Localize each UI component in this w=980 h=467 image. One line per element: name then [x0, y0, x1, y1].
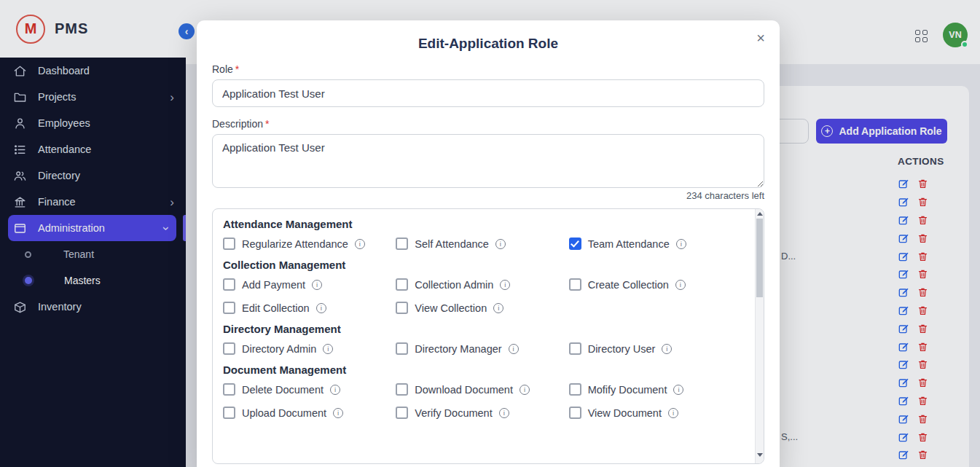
characters-left-counter: 234 characters left: [212, 190, 764, 201]
scroll-up-arrow-icon[interactable]: [757, 212, 763, 216]
info-icon[interactable]: i: [500, 280, 510, 290]
info-icon[interactable]: i: [668, 408, 678, 418]
checkbox-icon[interactable]: [569, 342, 581, 355]
permission-label: Regularize Attendance: [242, 238, 348, 250]
checkbox-icon[interactable]: [396, 238, 408, 250]
permission-delete-document[interactable]: Delete Documenti: [223, 383, 396, 396]
permission-label: Delete Document: [242, 384, 324, 396]
permission-section-title: Directory Management: [223, 323, 742, 335]
checkbox-icon[interactable]: [223, 278, 235, 291]
checkbox-icon[interactable]: [223, 383, 235, 396]
checkbox-icon[interactable]: [569, 238, 581, 250]
permission-label: Directory Admin: [242, 343, 316, 355]
permission-label: Verify Document: [415, 407, 492, 419]
checkbox-icon[interactable]: [223, 407, 235, 419]
info-icon[interactable]: i: [673, 385, 683, 395]
permission-section-title: Document Management: [223, 364, 742, 376]
permission-download-document[interactable]: Download Documenti: [396, 383, 568, 396]
permission-label: Mofify Document: [588, 384, 667, 396]
permission-regularize-attendance[interactable]: Regularize Attendancei: [223, 238, 396, 250]
edit-application-role-modal: Edit-Application Role × Role* Descriptio…: [197, 20, 780, 467]
permission-view-document[interactable]: View Documenti: [569, 407, 742, 419]
permission-upload-document[interactable]: Upload Documenti: [223, 407, 396, 419]
required-asterisk: *: [265, 118, 269, 130]
permission-label: View Document: [588, 407, 662, 419]
scrollbar[interactable]: [755, 209, 764, 463]
info-icon[interactable]: i: [520, 385, 530, 395]
permission-label: Directory Manager: [415, 343, 501, 355]
permission-mofify-document[interactable]: Mofify Documenti: [569, 383, 742, 396]
permission-grid: Directory AdminiDirectory ManageriDirect…: [223, 342, 742, 355]
required-asterisk: *: [235, 63, 239, 75]
permission-label: Directory User: [588, 343, 656, 355]
permissions-sections: Attendance ManagementRegularize Attendan…: [223, 218, 742, 419]
permission-collection-admin[interactable]: Collection Admini: [396, 278, 568, 291]
info-icon[interactable]: i: [323, 344, 333, 354]
permission-section-title: Attendance Management: [223, 218, 742, 230]
permission-verify-document[interactable]: Verify Documenti: [396, 407, 568, 419]
permissions-box: Attendance ManagementRegularize Attendan…: [212, 208, 764, 464]
permission-directory-admin[interactable]: Directory Admini: [223, 342, 396, 355]
checkbox-icon[interactable]: [223, 238, 235, 250]
info-icon[interactable]: i: [312, 280, 322, 290]
permission-label: Create Collection: [588, 279, 669, 291]
permission-add-payment[interactable]: Add Paymenti: [223, 278, 396, 291]
permission-label: Add Payment: [242, 279, 305, 291]
description-label: Description*: [212, 118, 764, 130]
role-field: Role*: [212, 63, 764, 107]
permission-grid: Add PaymentiCollection AdminiCreate Coll…: [223, 278, 742, 314]
checkbox-icon[interactable]: [396, 342, 408, 355]
permission-label: View Collection: [415, 302, 487, 314]
permission-self-attendance[interactable]: Self Attendancei: [396, 238, 568, 250]
permission-view-collection[interactable]: View Collectioni: [396, 302, 568, 314]
checkbox-icon[interactable]: [569, 278, 581, 291]
checkbox-icon[interactable]: [569, 383, 581, 396]
description-input[interactable]: Application Test User: [212, 134, 764, 188]
checkbox-icon[interactable]: [396, 383, 408, 396]
checkbox-icon[interactable]: [223, 302, 235, 314]
permission-label: Edit Collection: [242, 302, 310, 314]
permission-team-attendance[interactable]: Team Attendancei: [569, 238, 742, 250]
permission-label: Self Attendance: [415, 238, 489, 250]
description-field: Description* Application Test User 234 c…: [212, 118, 764, 201]
permission-edit-collection[interactable]: Edit Collectioni: [223, 302, 396, 314]
permission-directory-manager[interactable]: Directory Manageri: [396, 342, 568, 355]
permission-create-collection[interactable]: Create Collectioni: [569, 278, 742, 291]
scrollbar-thumb[interactable]: [756, 219, 763, 297]
info-icon[interactable]: i: [676, 239, 686, 249]
permission-grid: Regularize AttendanceiSelf AttendanceiTe…: [223, 238, 742, 250]
permission-directory-user[interactable]: Directory Useri: [569, 342, 742, 355]
info-icon[interactable]: i: [333, 408, 343, 418]
checkbox-icon[interactable]: [396, 407, 408, 419]
role-label: Role*: [212, 63, 764, 75]
checkbox-icon[interactable]: [396, 302, 408, 314]
info-icon[interactable]: i: [316, 303, 326, 313]
checkbox-icon[interactable]: [396, 278, 408, 291]
info-icon[interactable]: i: [499, 408, 509, 418]
permission-label: Upload Document: [242, 407, 326, 419]
role-input[interactable]: [212, 79, 764, 107]
permission-label: Collection Admin: [415, 279, 493, 291]
info-icon[interactable]: i: [509, 344, 519, 354]
permission-label: Download Document: [415, 384, 513, 396]
info-icon[interactable]: i: [330, 385, 340, 395]
info-icon[interactable]: i: [355, 239, 365, 249]
modal-title: Edit-Application Role: [212, 35, 764, 52]
checkbox-icon[interactable]: [569, 407, 581, 419]
info-icon[interactable]: i: [675, 280, 686, 290]
permission-label: Team Attendance: [588, 238, 670, 250]
permission-section-title: Collection Management: [223, 259, 742, 271]
info-icon[interactable]: i: [493, 303, 503, 313]
close-icon[interactable]: ×: [755, 29, 767, 47]
info-icon[interactable]: i: [495, 239, 506, 249]
checkbox-icon[interactable]: [223, 342, 235, 355]
info-icon[interactable]: i: [662, 344, 672, 354]
permission-grid: Delete DocumentiDownload DocumentiMofify…: [223, 383, 742, 419]
scroll-down-arrow-icon[interactable]: [757, 453, 763, 457]
